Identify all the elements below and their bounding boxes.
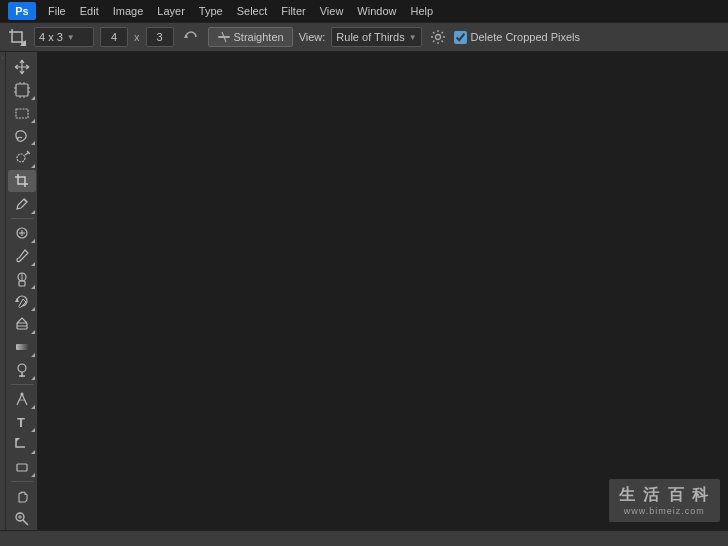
tool-separator-2 [11,384,33,385]
svg-marker-22 [15,298,19,302]
gradient-tool-button[interactable] [8,336,36,358]
ps-logo: Ps [8,2,36,20]
view-dropdown[interactable]: Rule of Thirds ▼ [331,27,421,47]
view-label: View: [299,31,326,43]
svg-point-29 [20,392,23,395]
svg-marker-32 [16,438,20,442]
svg-point-14 [17,154,25,162]
svg-marker-0 [20,40,26,46]
pen-tool-button[interactable] [8,388,36,410]
view-value: Rule of Thirds [336,31,404,43]
delete-cropped-checkbox[interactable] [454,31,467,44]
svg-rect-20 [19,281,25,286]
watermark-url: www.bimeiz.com [624,506,705,516]
title-bar: Ps File Edit Image Layer Type Select Fil… [0,0,728,22]
tool-separator-3 [11,481,33,482]
delete-cropped-checkbox-label[interactable]: Delete Cropped Pixels [454,31,580,44]
eyedropper-tool-button[interactable] [8,193,36,215]
eraser-tool-button[interactable] [8,313,36,335]
history-brush-tool-button[interactable] [8,291,36,313]
path-selection-tool-button[interactable] [8,434,36,456]
straighten-button[interactable]: Straighten [208,27,293,47]
text-tool-button[interactable]: T [8,411,36,433]
toolbox: T [6,52,38,530]
move-tool-button[interactable] [8,56,36,78]
status-bar [0,530,728,546]
aspect-ratio-value: 4 x 3 [39,31,63,43]
svg-rect-4 [16,84,28,96]
svg-rect-33 [17,464,27,471]
hand-tool-button[interactable] [8,485,36,507]
menu-file[interactable]: File [42,3,72,19]
svg-rect-25 [16,344,28,350]
menu-select[interactable]: Select [231,3,274,19]
svg-point-26 [18,364,26,372]
watermark-text: 生 活 百 科 [619,485,710,506]
rectangular-marquee-tool-button[interactable] [8,102,36,124]
view-dropdown-arrow-icon: ▼ [409,33,417,42]
artboard-tool-button[interactable] [8,79,36,101]
clone-stamp-tool-button[interactable] [8,268,36,290]
menu-help[interactable]: Help [404,3,439,19]
menu-window[interactable]: Window [351,3,402,19]
dodge-tool-button[interactable] [8,359,36,381]
zoom-tool-button[interactable] [8,508,36,530]
svg-rect-13 [16,109,28,118]
brush-tool-button[interactable] [8,245,36,267]
crop-tool-button[interactable] [8,170,36,192]
healing-brush-tool-button[interactable] [8,222,36,244]
overlay-options-gear-icon[interactable] [428,27,448,47]
menu-image[interactable]: Image [107,3,150,19]
crop-tool-options-icon[interactable] [6,26,28,48]
swap-dimensions-icon[interactable] [180,26,202,48]
aspect-ratio-dropdown[interactable]: 4 x 3 ▼ [34,27,94,47]
crop-width-input[interactable]: 4 [100,27,128,47]
watermark: 生 活 百 科 www.bimeiz.com [609,479,720,522]
svg-point-3 [435,35,440,40]
svg-text:T: T [17,415,25,430]
dropdown-arrow-icon: ▼ [67,33,75,42]
canvas-area: 生 活 百 科 www.bimeiz.com [38,52,728,530]
options-bar: 4 x 3 ▼ 4 x 3 Straighten View: Rule of T… [0,22,728,52]
tool-separator-1 [11,218,33,219]
svg-line-35 [23,520,28,525]
x-separator: x [134,31,140,43]
shape-tool-button[interactable] [8,456,36,478]
quick-select-tool-button[interactable] [8,147,36,169]
menu-layer[interactable]: Layer [151,3,191,19]
menu-bar: File Edit Image Layer Type Select Filter… [42,3,439,19]
menu-filter[interactable]: Filter [275,3,311,19]
menu-edit[interactable]: Edit [74,3,105,19]
crop-height-input[interactable]: 3 [146,27,174,47]
main-workspace: ·· [0,52,728,530]
lasso-tool-button[interactable] [8,125,36,147]
menu-view[interactable]: View [314,3,350,19]
delete-cropped-label: Delete Cropped Pixels [471,31,580,43]
menu-type[interactable]: Type [193,3,229,19]
